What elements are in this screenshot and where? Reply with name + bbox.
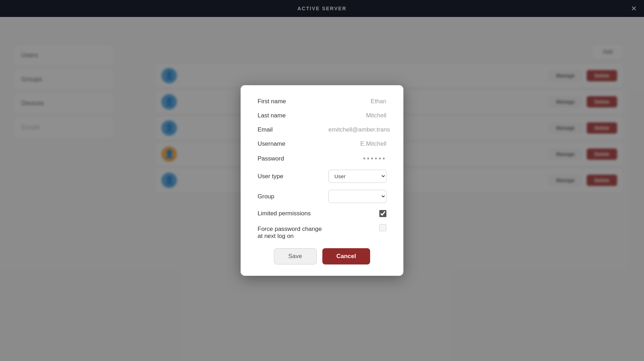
last-name-label: Last name (258, 112, 328, 119)
user-edit-modal: First name Ethan Last name Mitchell Emai… (241, 85, 403, 276)
user-type-select[interactable]: User Admin Guest (328, 170, 386, 183)
group-row: Group Group A Group B (258, 190, 386, 203)
modal-overlay: First name Ethan Last name Mitchell Emai… (0, 0, 644, 361)
force-password-row: Force password change at next log on (258, 224, 386, 240)
username-label: Username (258, 140, 328, 147)
email-label: Email (258, 126, 328, 133)
user-type-row: User type User Admin Guest (258, 170, 386, 183)
password-row: Password •••••• (258, 155, 386, 163)
first-name-label: First name (258, 98, 328, 105)
password-label: Password (258, 155, 328, 162)
first-name-value: Ethan (328, 98, 386, 105)
username-row: Username E.Mitchell (258, 140, 386, 147)
last-name-row: Last name Mitchell (258, 112, 386, 119)
modal-actions: Save Cancel (258, 248, 386, 264)
group-select[interactable]: Group A Group B (328, 190, 386, 203)
limited-permissions-row: Limited permissions (258, 210, 386, 217)
limited-permissions-label: Limited permissions (258, 210, 328, 217)
force-password-checkbox[interactable] (379, 224, 386, 231)
username-value: E.Mitchell (328, 140, 386, 147)
cancel-button[interactable]: Cancel (322, 248, 370, 264)
last-name-value: Mitchell (328, 112, 386, 119)
first-name-row: First name Ethan (258, 98, 386, 105)
group-label: Group (258, 193, 328, 200)
limited-permissions-checkbox[interactable] (379, 210, 386, 217)
save-button[interactable]: Save (274, 248, 317, 264)
email-row: Email emitchell@amber.trans (258, 126, 386, 133)
user-type-label: User type (258, 173, 328, 180)
email-value: emitchell@amber.trans (328, 126, 390, 133)
force-password-label: Force password change at next log on (258, 224, 328, 240)
password-value: •••••• (328, 155, 386, 163)
